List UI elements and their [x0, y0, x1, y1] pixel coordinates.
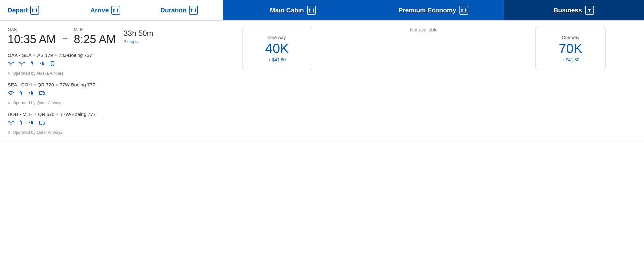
business-label: Business — [554, 7, 582, 14]
usb-icon — [29, 120, 34, 127]
arrive-sort-button[interactable]: ⬆⬇ — [111, 6, 120, 15]
arrive-time: 8:25 AM — [74, 33, 116, 46]
segment-1-route: OAK - SEA AS 179 73J-Boeing 737 — [8, 52, 196, 58]
usb-icon — [39, 61, 45, 68]
segment-2-flight: QR 720 — [38, 82, 54, 87]
segment-sep-icon — [56, 84, 58, 86]
segment-3-route: DOH - MLE QR 670 77W-Boeing 777 — [8, 112, 196, 117]
premium-economy-not-available: Not available — [355, 27, 492, 32]
segment-2-route: SEA - DOH QR 720 77W-Boeing 777 — [8, 82, 196, 87]
segment-3-operator-text: Operated by Qatar Airways — [13, 130, 62, 135]
segment-sep-icon — [33, 54, 35, 56]
arrive-header: Arrive ⬆⬇ — [83, 0, 153, 20]
segment-2-operator-text: Operated by Qatar Airways — [13, 100, 62, 105]
segment-sep-icon — [55, 54, 57, 56]
segment-2: SEA - DOH QR 720 77W-Boeing 777 — [8, 82, 196, 105]
premium-economy-sort-button[interactable]: ⬆⬇ — [459, 6, 468, 15]
depart-block: OAK 10:35 AM — [8, 27, 56, 46]
business-header[interactable]: Business ▼ — [504, 0, 644, 20]
main-cabin-sort-button[interactable]: ⬆⬇ — [307, 6, 316, 15]
operated-sep-icon — [8, 131, 10, 134]
segment-3-operator: Operated by Qatar Airways — [8, 130, 196, 135]
segment-2-operator: Operated by Qatar Airways — [8, 100, 196, 105]
business-cash: + $41.80 — [546, 57, 595, 62]
header-row: Depart ⬆⬇ Arrive ⬆⬇ Duration ⬆⬇ Main Cab… — [0, 0, 644, 21]
segment-sep-icon — [34, 84, 36, 86]
wifi-icon — [8, 90, 14, 98]
segment-2-aircraft: 77W-Boeing 777 — [60, 82, 95, 87]
wifi-icon — [8, 119, 14, 127]
power-icon — [18, 90, 24, 98]
segment-1-amenities — [8, 60, 196, 68]
duration-sort-button[interactable]: ⬆⬇ — [189, 6, 198, 15]
segment-3-flight: QR 670 — [38, 112, 55, 117]
phone-icon — [50, 61, 55, 68]
duration-label: Duration — [160, 7, 186, 14]
segment-3: DOH - MLE QR 670 77W-Boeing 777 — [8, 112, 196, 135]
duration-header: Duration ⬆⬇ — [153, 0, 223, 20]
segment-1-route-text: OAK - SEA — [8, 52, 32, 58]
business-price-label: One way — [546, 35, 595, 40]
segment-2-amenities — [8, 90, 196, 98]
segment-sep-icon — [56, 113, 58, 115]
segment-2-route-text: SEA - DOH — [8, 82, 32, 87]
business-price-col: One way 70K + $41.80 — [497, 27, 644, 70]
business-price-card[interactable]: One way 70K + $41.80 — [536, 27, 606, 70]
segment-3-route-text: DOH - MLE — [8, 112, 32, 117]
power-icon — [29, 61, 35, 68]
arrive-block: MLE 8:25 AM — [74, 27, 116, 46]
depart-airport: OAK — [8, 27, 56, 32]
wifi-icon — [8, 60, 14, 68]
entertainment-icon — [39, 120, 45, 127]
stops-count: 2 stops — [123, 39, 153, 44]
main-cabin-price-label: One way — [253, 35, 302, 40]
depart-header: Depart ⬆⬇ — [0, 0, 83, 20]
entertainment-icon — [39, 90, 45, 98]
premium-economy-header[interactable]: Premium Economy ⬆⬇ — [363, 0, 503, 20]
segment-3-amenities — [8, 119, 196, 127]
duration-block: 33h 50m 2 stops — [121, 29, 153, 44]
segment-1: OAK - SEA AS 179 73J-Boeing 737 — [8, 52, 196, 76]
depart-time: 10:35 AM — [8, 33, 56, 46]
operated-sep-icon — [8, 72, 10, 75]
segment-1-operator-text: Operated by Alaska Airlines — [13, 71, 63, 76]
duration-value: 33h 50m — [123, 29, 153, 38]
segment-1-operator: Operated by Alaska Airlines — [8, 71, 196, 76]
flight-result-row: OAK 10:35 AM → MLE 8:25 AM 33h 50m 2 sto… — [0, 21, 644, 141]
usb-icon — [29, 90, 34, 98]
arrive-label: Arrive — [90, 7, 109, 14]
main-cabin-cash: + $41.80 — [253, 57, 302, 62]
flight-times: OAK 10:35 AM → MLE 8:25 AM 33h 50m 2 sto… — [8, 27, 196, 46]
business-points: 70K — [546, 41, 595, 56]
main-cabin-label: Main Cabin — [270, 7, 304, 14]
arrow-icon: → — [61, 34, 69, 43]
premium-economy-label: Premium Economy — [398, 7, 456, 14]
main-cabin-price-col: One way 40K + $41.80 — [204, 27, 350, 70]
power-icon — [18, 120, 24, 127]
segment-1-flight: AS 179 — [37, 52, 53, 58]
premium-economy-price-col: Not available — [350, 27, 497, 32]
wifi2-icon — [18, 60, 25, 68]
business-sort-button[interactable]: ▼ — [585, 6, 594, 15]
main-cabin-header[interactable]: Main Cabin ⬆⬇ — [223, 0, 363, 20]
depart-sort-button[interactable]: ⬆⬇ — [30, 6, 39, 15]
arrive-airport: MLE — [74, 27, 116, 32]
segment-1-aircraft: 73J-Boeing 737 — [59, 52, 92, 58]
main-cabin-points: 40K — [253, 41, 302, 56]
segment-sep-icon — [34, 113, 36, 115]
main-cabin-price-card[interactable]: One way 40K + $41.80 — [242, 27, 312, 70]
flight-info-col: OAK 10:35 AM → MLE 8:25 AM 33h 50m 2 sto… — [0, 27, 204, 135]
operated-sep-icon — [8, 102, 10, 104]
segment-3-aircraft: 77W-Boeing 777 — [60, 112, 95, 117]
depart-label: Depart — [8, 7, 28, 14]
